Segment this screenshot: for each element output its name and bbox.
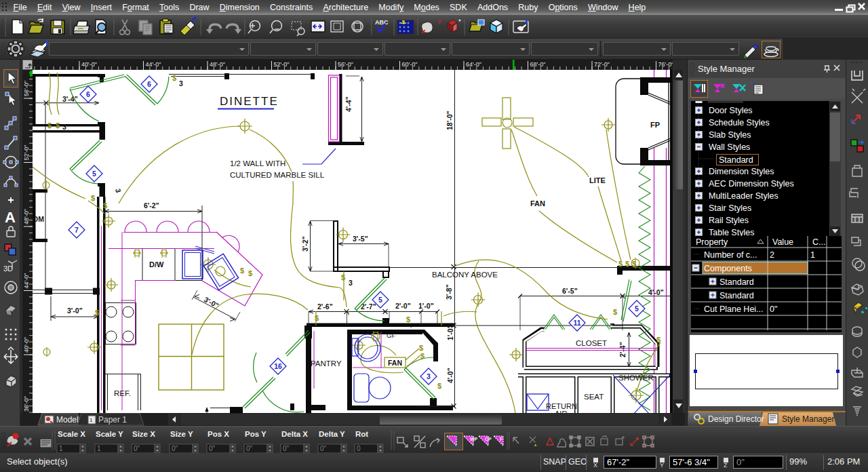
svg-text:Paper 1: Paper 1 <box>98 415 127 425</box>
svg-text:D/W: D/W <box>149 260 164 269</box>
svg-text:$: $ <box>420 352 425 360</box>
svg-text:Door Styles: Door Styles <box>709 106 753 115</box>
svg-text:5: 5 <box>378 296 382 304</box>
svg-text:Number of c...: Number of c... <box>704 250 757 260</box>
svg-text:0": 0" <box>172 445 178 452</box>
svg-text:FP: FP <box>650 121 660 129</box>
svg-text:3D: 3D <box>3 264 13 273</box>
svg-text:MultiLeader Styles: MultiLeader Styles <box>709 191 778 201</box>
svg-text:2'-6": 2'-6" <box>317 302 333 311</box>
svg-text:GF: GF <box>387 332 395 339</box>
svg-text:LITE: LITE <box>589 176 606 184</box>
svg-text:Style Manager: Style Manager <box>698 64 755 74</box>
svg-text:*: * <box>751 81 754 89</box>
svg-text:4: 4 <box>409 323 412 329</box>
svg-text:$: $ <box>613 308 617 316</box>
svg-text:PANTRY: PANTRY <box>311 359 342 368</box>
svg-text:$: $ <box>406 315 410 323</box>
svg-text:Y: Y <box>437 18 441 25</box>
svg-text:$: $ <box>47 121 52 130</box>
svg-text:0: 0 <box>357 445 361 452</box>
svg-text:4'-0": 4'-0" <box>446 368 454 383</box>
svg-text:40'-0": 40'-0" <box>23 337 30 353</box>
svg-text:Pos Y: Pos Y <box>245 430 267 438</box>
svg-text:BALCONY ABOVE: BALCONY ABOVE <box>432 271 498 279</box>
svg-text:Scale Y: Scale Y <box>96 430 123 438</box>
svg-text:56'-0": 56'-0" <box>23 81 30 96</box>
svg-text:Cut Plane Hei...: Cut Plane Hei... <box>704 304 764 314</box>
svg-text:0": 0" <box>209 445 216 452</box>
svg-text:FAN: FAN <box>530 199 545 208</box>
svg-text:CLOSET: CLOSET <box>576 339 607 347</box>
svg-text:52'-0": 52'-0" <box>23 145 30 161</box>
svg-text:Design Director: Design Director <box>708 414 764 424</box>
svg-text:1'-0": 1'-0" <box>418 302 434 310</box>
svg-text:ABC: ABC <box>375 19 389 26</box>
svg-text:11: 11 <box>573 319 580 327</box>
svg-text:AEC Dimension Styles: AEC Dimension Styles <box>709 179 794 189</box>
svg-text:Schedule Styles: Schedule Styles <box>709 118 770 127</box>
svg-text:1: 1 <box>90 417 93 423</box>
svg-text:Scale X: Scale X <box>58 430 85 438</box>
svg-text:Y: Y <box>660 462 664 468</box>
svg-text:76'-0": 76'-0" <box>658 61 673 68</box>
svg-text:56'-0": 56'-0" <box>338 61 353 68</box>
svg-text:Delta Y: Delta Y <box>319 430 345 438</box>
svg-text:64'-0": 64'-0" <box>466 61 481 68</box>
svg-text:6'-2": 6'-2" <box>144 201 159 210</box>
svg-text:$: $ <box>656 336 660 344</box>
svg-text:Standard: Standard <box>719 155 753 165</box>
svg-text:DINETTE: DINETTE <box>220 95 279 108</box>
svg-text:3'-0": 3'-0" <box>203 295 220 309</box>
svg-text:$: $ <box>625 260 629 268</box>
svg-text:SHOWER: SHOWER <box>618 374 654 382</box>
svg-text:X: X <box>593 462 597 468</box>
svg-text:Property: Property <box>696 237 728 247</box>
svg-text:3'-4": 3'-4" <box>62 95 78 103</box>
svg-text:OM: OM <box>33 215 44 223</box>
svg-text:Value: Value <box>772 237 793 247</box>
svg-text:3: 3 <box>114 188 123 193</box>
svg-text:68'-0": 68'-0" <box>530 61 546 68</box>
svg-text:$: $ <box>341 273 345 281</box>
svg-text:7: 7 <box>75 226 79 234</box>
svg-text:6: 6 <box>86 90 90 98</box>
svg-text:$: $ <box>240 267 244 275</box>
svg-text:Size Y: Size Y <box>170 430 193 438</box>
svg-text:Rot: Rot <box>355 430 368 438</box>
svg-text:1: 1 <box>59 445 63 452</box>
svg-text:2'-0": 2'-0" <box>395 302 411 310</box>
svg-text:1: 1 <box>97 445 101 452</box>
svg-text:0": 0" <box>283 445 290 452</box>
svg-text:6: 6 <box>147 80 151 88</box>
svg-text:$: $ <box>95 309 99 317</box>
svg-text:60'-0": 60'-0" <box>402 61 418 68</box>
svg-text:3'-8": 3'-8" <box>445 284 453 300</box>
svg-text:WP: WP <box>470 437 478 441</box>
svg-text:$: $ <box>56 121 60 130</box>
svg-text:$: $ <box>172 74 176 82</box>
svg-text:2'-4": 2'-4" <box>618 342 627 357</box>
svg-text:18'-0": 18'-0" <box>446 111 454 130</box>
svg-text:Model: Model <box>56 415 79 425</box>
svg-text:Stair Styles: Stair Styles <box>709 203 751 213</box>
svg-text:CP: CP <box>485 437 492 441</box>
svg-text:Pos X: Pos X <box>208 430 229 438</box>
svg-text:3: 3 <box>62 123 66 131</box>
svg-text:52'-0": 52'-0" <box>274 61 290 68</box>
svg-text:$: $ <box>437 382 441 390</box>
svg-text:Slab Styles: Slab Styles <box>709 130 751 140</box>
svg-text:$: $ <box>315 314 319 322</box>
svg-text:40'-0": 40'-0" <box>81 61 97 68</box>
svg-text:$: $ <box>419 344 423 352</box>
svg-text:CULTURED MARBLE SILL: CULTURED MARBLE SILL <box>230 171 325 179</box>
svg-text:36'-0": 36'-0" <box>23 396 30 412</box>
svg-text:3: 3 <box>179 79 183 87</box>
svg-text:Size X: Size X <box>132 430 155 438</box>
svg-text:Table Styles: Table Styles <box>709 228 754 237</box>
svg-text:Dimension Styles: Dimension Styles <box>709 167 774 176</box>
svg-text:Standard: Standard <box>719 277 754 287</box>
svg-text:72'-0": 72'-0" <box>594 61 610 68</box>
svg-text:3'-0": 3'-0" <box>67 307 83 315</box>
svg-text:Delta X: Delta X <box>281 430 308 438</box>
